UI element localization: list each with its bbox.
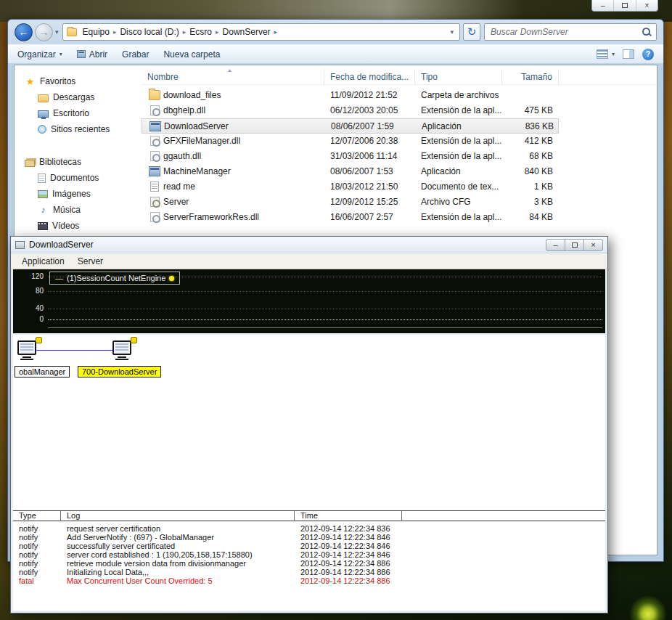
address-bar[interactable]: Equipo ▸ Disco local (D:) ▸ Ecsro ▸ Down… xyxy=(62,23,460,41)
downloadserver-node-label[interactable]: 700-DownloadServer xyxy=(78,366,161,378)
new-folder-button[interactable]: Nueva carpeta xyxy=(163,49,220,60)
close-button[interactable]: × xyxy=(636,0,657,11)
log-row: notify Add ServerNotify : (697) - Global… xyxy=(13,533,605,542)
favorites-label: Favoritos xyxy=(40,76,75,86)
preview-pane-button[interactable] xyxy=(623,49,634,59)
file-size: 3 KB xyxy=(502,195,553,210)
sidebar-item-escritorio[interactable]: Escritorio xyxy=(15,105,142,121)
sidebar-item-imagenes[interactable]: Imágenes xyxy=(15,186,142,202)
burn-button[interactable]: Grabar xyxy=(122,49,149,60)
file-type: Extensión de la apl... xyxy=(421,103,501,118)
sidebar-item-musica[interactable]: ♪ Música xyxy=(15,202,142,218)
downloadserver-node-icon[interactable] xyxy=(112,338,139,364)
documentos-label: Documentos xyxy=(50,173,99,183)
log-row: notify successfully server certificated … xyxy=(13,542,605,550)
help-button[interactable]: ? xyxy=(642,49,654,60)
netengine-status-dot xyxy=(169,276,174,281)
log-message: retrieve module version data from divisi… xyxy=(67,559,246,568)
open-button[interactable]: Abrir xyxy=(77,49,107,60)
application-icon xyxy=(77,50,86,58)
app-title-bar[interactable]: DownloadServer – × xyxy=(11,237,607,253)
file-size: 68 KB xyxy=(502,149,553,164)
file-row-gfxfilemanager[interactable]: GFXFileManager.dll 12/07/2006 20:38 Exte… xyxy=(142,134,559,149)
refresh-button[interactable]: ↻ xyxy=(463,23,480,41)
log-type: notify xyxy=(19,542,38,550)
file-row-dbghelp[interactable]: dbghelp.dll 06/12/2003 20:05 Extensión d… xyxy=(142,103,559,118)
file-name: MachineManager xyxy=(163,166,231,176)
column-header-tipo[interactable]: Tipo xyxy=(415,69,502,85)
column-header-nombre[interactable]: Nombre xyxy=(142,69,324,85)
search-icon[interactable] xyxy=(642,28,652,37)
file-row-downloadserver[interactable]: DownloadServer 08/06/2007 1:59 Aplicació… xyxy=(142,118,559,134)
file-row-read-me[interactable]: read me 18/03/2012 21:50 Documento de te… xyxy=(142,179,559,195)
back-button[interactable]: ← xyxy=(15,23,33,41)
minimize-button[interactable]: – xyxy=(592,0,614,11)
breadcrumb-downserver[interactable]: DownServer xyxy=(219,27,274,37)
breadcrumb-equipo[interactable]: Equipo xyxy=(79,27,113,37)
sidebar-item-favoritos[interactable]: ★ Favoritos xyxy=(15,74,142,89)
config-file-icon xyxy=(150,197,160,207)
file-row-ggauth[interactable]: ggauth.dll 31/03/2006 11:14 Extensión de… xyxy=(142,149,559,164)
computer-icon xyxy=(17,340,36,355)
column-headers: ▲ Nombre Fecha de modifica... Tipo Tamañ… xyxy=(142,69,657,85)
file-row-download-files[interactable]: download_files 11/09/2012 21:52 Carpeta … xyxy=(142,88,559,103)
column-header-fecha[interactable]: Fecha de modifica... xyxy=(324,69,415,85)
computer-icon xyxy=(112,340,131,355)
maximize-button[interactable] xyxy=(614,0,636,11)
log-row-fatal: fatal Max Concurrent User Count Override… xyxy=(13,576,605,585)
menu-application[interactable]: Application xyxy=(15,255,71,268)
log-time: 2012-09-14 12:22:34 886 xyxy=(300,568,390,576)
log-column-type[interactable]: Type xyxy=(13,511,61,521)
pictures-icon xyxy=(38,190,48,198)
recent-pages-dropdown[interactable]: ▾ xyxy=(55,28,59,36)
documents-icon xyxy=(38,174,46,183)
log-time: 2012-09-14 12:22:34 886 xyxy=(300,576,390,585)
musica-label: Música xyxy=(53,205,81,215)
sidebar-item-documentos[interactable]: Documentos xyxy=(15,170,142,186)
sidebar-item-videos[interactable]: Vídeos xyxy=(15,218,142,234)
file-size: 836 KB xyxy=(503,119,554,134)
log-type: notify xyxy=(19,550,38,559)
sidebar-item-sitios-recientes[interactable]: Sitios recientes xyxy=(15,121,142,137)
views-icon xyxy=(597,49,608,59)
column-header-tamano[interactable]: Tamaño xyxy=(502,69,559,85)
file-row-server[interactable]: Server 12/09/2012 15:25 Archivo CFG 3 KB xyxy=(142,195,559,210)
organize-label: Organizar xyxy=(17,49,56,60)
close-icon: × xyxy=(644,2,649,9)
globalmanager-node-label[interactable]: obalManager xyxy=(15,366,70,378)
log-message: request server certification xyxy=(67,524,160,533)
close-button[interactable]: × xyxy=(583,239,603,251)
burn-label: Grabar xyxy=(122,49,149,60)
breadcrumb-ecsro[interactable]: Ecsro xyxy=(186,27,216,37)
organize-button[interactable]: Organizar ▾ xyxy=(17,49,62,60)
desktop-icon xyxy=(38,110,49,118)
maximize-button[interactable] xyxy=(565,239,584,251)
change-view-button[interactable]: ▾ xyxy=(597,49,615,59)
open-label: Abrir xyxy=(89,49,107,60)
folder-icon xyxy=(67,28,77,36)
log-row: notify retrieve module version data from… xyxy=(13,559,605,568)
log-column-log[interactable]: Log xyxy=(61,511,295,521)
file-row-serverframeworkres[interactable]: ServerFrameworkRes.dll 16/06/2007 2:57 E… xyxy=(142,210,559,225)
globalmanager-node-icon[interactable] xyxy=(17,338,44,364)
file-row-machinemanager[interactable]: MachineManager 08/06/2007 1:53 Aplicació… xyxy=(142,164,559,179)
application-icon xyxy=(149,121,161,131)
breadcrumb-disco-local[interactable]: Disco local (D:) xyxy=(116,27,182,37)
log-type: notify xyxy=(19,524,38,533)
log-type: notify xyxy=(19,533,38,542)
minimize-button[interactable]: – xyxy=(546,239,565,251)
address-history-dropdown[interactable]: ▾ xyxy=(448,28,456,36)
search-input[interactable] xyxy=(489,26,642,38)
sidebar-item-descargas[interactable]: Descargas xyxy=(15,89,142,105)
file-name: dbghelp.dll xyxy=(163,105,205,115)
downloads-folder-icon xyxy=(38,94,49,102)
forward-button[interactable]: → xyxy=(35,23,53,41)
sidebar-item-bibliotecas[interactable]: Bibliotecas xyxy=(15,155,142,170)
menu-server[interactable]: Server xyxy=(71,255,110,268)
app-title: DownloadServer xyxy=(29,240,94,250)
log-column-time[interactable]: Time xyxy=(295,511,402,521)
dll-icon xyxy=(150,151,160,161)
log-row: notify request server certification 2012… xyxy=(13,524,605,533)
forward-arrow-icon: → xyxy=(39,26,49,38)
file-name: DownloadServer xyxy=(164,121,229,131)
